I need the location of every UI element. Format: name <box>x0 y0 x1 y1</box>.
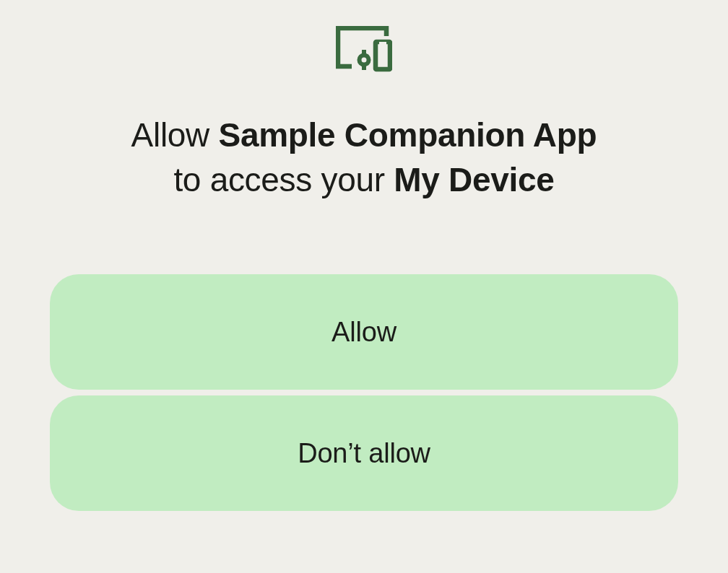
devices-icon <box>336 26 392 75</box>
dont-allow-button[interactable]: Don’t allow <box>50 395 678 511</box>
allow-button[interactable]: Allow <box>50 274 678 390</box>
button-container: Allow Don’t allow <box>50 274 678 511</box>
app-name: Sample Companion App <box>219 116 597 154</box>
permission-title: Allow Sample Companion App to access you… <box>131 113 597 202</box>
svg-point-2 <box>360 56 369 65</box>
svg-rect-1 <box>379 42 386 46</box>
svg-rect-3 <box>362 50 366 54</box>
device-name: My Device <box>394 161 554 198</box>
title-prefix: Allow <box>131 116 219 154</box>
svg-rect-4 <box>362 66 366 70</box>
title-middle: to access your <box>173 161 394 198</box>
